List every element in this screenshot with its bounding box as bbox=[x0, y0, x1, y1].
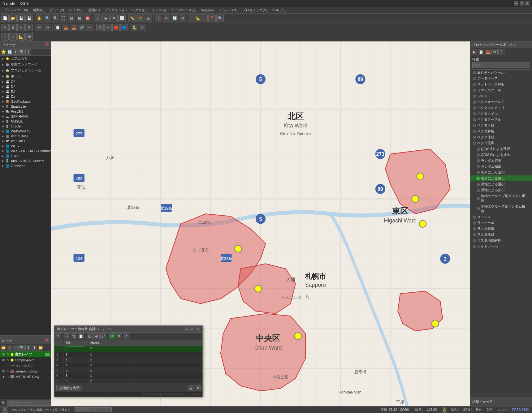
proc-help-button[interactable]: ? bbox=[498, 49, 504, 55]
browser-collapse-button[interactable]: ⬆ bbox=[13, 49, 19, 55]
attr-add-row-button[interactable]: ➕ bbox=[64, 333, 70, 339]
attr-close-button[interactable]: ✕ bbox=[196, 327, 200, 331]
browser-item-postgis[interactable]: ▶ 🐘 PostGIS bbox=[0, 109, 51, 114]
browser-item-ows[interactable]: ▶ 🌐 OWS bbox=[0, 153, 51, 158]
attr-delete-row-button[interactable]: 🗑 bbox=[71, 333, 77, 339]
menu-web[interactable]: Web(W) bbox=[199, 8, 216, 13]
table-row[interactable]: a bbox=[54, 346, 202, 352]
edit-btn-6[interactable]: ↪ bbox=[44, 24, 51, 31]
layers-group-button[interactable]: 📁 bbox=[38, 345, 43, 351]
table-row[interactable]: 2 7 b bbox=[54, 352, 202, 357]
proc-item-file-tools[interactable]: ファイルツール bbox=[470, 87, 532, 93]
attr-invert-button[interactable]: ⇄ bbox=[100, 333, 106, 339]
fid-edit-input[interactable] bbox=[66, 346, 84, 351]
browser-item-oracle[interactable]: ▶ 🗄 Oracle bbox=[0, 124, 51, 129]
edit-btn-12[interactable]: ⬡ bbox=[96, 24, 104, 31]
zoom-selection-button[interactable]: ⊞ bbox=[76, 15, 83, 22]
proc-sub-qgis-select[interactable]: QGIS式による選択 bbox=[470, 146, 532, 152]
proc-item-mesh[interactable]: メッシュ bbox=[470, 214, 532, 220]
browser-item-wfs[interactable]: ▶ 🌐 WFS / OGC API - Features bbox=[0, 148, 51, 153]
quick-search-input[interactable] bbox=[75, 407, 112, 412]
proc-sub-random-extract[interactable]: ランダム抽出 bbox=[470, 164, 532, 170]
proc-item-recent[interactable]: 最近使ったツール bbox=[470, 70, 532, 75]
save-project-button[interactable]: 💾 bbox=[17, 15, 25, 22]
edit-btn-7[interactable]: 📋 bbox=[54, 24, 61, 31]
attr-zoom-button[interactable]: ↗ bbox=[123, 333, 129, 339]
browser-filter-button[interactable]: 🔍 bbox=[19, 49, 25, 55]
browser-item-wcs[interactable]: ▶ 🌐 WCS bbox=[0, 144, 51, 148]
select-rect-button[interactable]: ⬜ bbox=[118, 15, 126, 22]
proc-item-vector-table[interactable]: ベクタテーブル bbox=[470, 117, 532, 123]
attr-paste-button[interactable]: 📋 bbox=[78, 333, 84, 339]
table-row[interactable]: 3 8 c bbox=[54, 357, 202, 363]
browser-add-button[interactable]: ⭐ bbox=[1, 49, 6, 55]
layer-item-output[interactable]: 👁 ✎ 出力レイヤ bbox=[0, 351, 51, 357]
edit-btn-10[interactable]: 🔗 bbox=[78, 24, 85, 31]
help-btn[interactable]: ? bbox=[139, 24, 146, 31]
coordinate-button[interactable]: 📍 bbox=[208, 15, 216, 22]
table-row[interactable]: 6 5 b bbox=[54, 373, 202, 378]
proc-item-layer-tools[interactable]: レイヤツール bbox=[470, 243, 532, 249]
scale-input[interactable]: 📐 bbox=[189, 15, 208, 22]
refresh-button[interactable]: 🔄 bbox=[171, 15, 178, 22]
proc-item-database[interactable]: データベース bbox=[470, 75, 532, 81]
layers-open-button[interactable]: 📂 bbox=[1, 345, 6, 351]
digitize-button[interactable]: ✏ bbox=[163, 15, 170, 22]
menu-view[interactable]: ビュー(V) bbox=[47, 7, 67, 13]
browser-item-vector-tiles[interactable]: ▶ ▦ Vector Tiles bbox=[0, 134, 51, 139]
open-project-button[interactable]: 📂 bbox=[9, 15, 17, 22]
deselect-button[interactable]: ✕ bbox=[110, 15, 118, 22]
layer-item-mierune[interactable]: 👁 ✦ MIERUNE Gray bbox=[0, 374, 51, 380]
layers-pin-button[interactable]: 📌 bbox=[44, 338, 49, 343]
edit-btn-15[interactable]: 🔵 bbox=[120, 24, 128, 31]
proc-item-plots[interactable]: プロット bbox=[470, 93, 532, 99]
layers-filter-button[interactable]: 🔍 bbox=[19, 345, 25, 351]
browser-info-button[interactable]: ℹ bbox=[25, 49, 31, 55]
adv-digitize-btn[interactable]: 📐 bbox=[17, 33, 25, 41]
new-project-button[interactable]: 📄 bbox=[1, 15, 9, 22]
proc-item-vector-analysis[interactable]: ベクタ解析 bbox=[470, 128, 532, 134]
layer-item-sample-point[interactable]: 👁 ✎ sample-point bbox=[0, 357, 51, 363]
browser-item-c-drive[interactable]: ▶ 💾 C:\ bbox=[0, 79, 51, 84]
print-button[interactable]: 🖨 bbox=[145, 15, 152, 22]
select-button[interactable]: ▶ bbox=[102, 15, 110, 22]
python-btn[interactable]: 🐍 bbox=[131, 24, 138, 31]
attr-maximize-button[interactable]: □ bbox=[190, 327, 194, 331]
pan-button[interactable]: ✋ bbox=[36, 15, 43, 22]
pagination-grid-button[interactable]: ⊞ bbox=[188, 385, 194, 391]
attr-select-all-button[interactable]: ⊡ bbox=[87, 333, 93, 339]
layers-add-button[interactable]: ➕ bbox=[7, 345, 12, 351]
browser-item-d-drive[interactable]: ▶ 💾 D:\ bbox=[0, 84, 51, 89]
browser-item-xyz-tiles[interactable]: ▶ 🗺 XYZ Tiles bbox=[0, 139, 51, 144]
edit-btn-11[interactable]: ✂ bbox=[86, 24, 93, 31]
browser-item-e-drive[interactable]: ▶ 💾 E:\ bbox=[0, 89, 51, 94]
edit-btn-8[interactable]: 📤 bbox=[62, 24, 69, 31]
proc-item-vector-geometry[interactable]: ベクタジオメトリ bbox=[470, 105, 532, 111]
attr-minimize-button[interactable]: — bbox=[184, 327, 189, 331]
edit-btn-4[interactable]: 🗑 bbox=[25, 24, 33, 31]
digitize-multi-btn[interactable]: ⊕ bbox=[9, 33, 17, 41]
maximize-button[interactable]: □ bbox=[520, 1, 524, 6]
menu-settings[interactable]: 設定(S) bbox=[86, 7, 102, 13]
measure-button[interactable]: 📏 bbox=[128, 15, 136, 22]
browser-item-bookmarks[interactable]: ▶ 📚 空間ブックマーク bbox=[0, 62, 51, 67]
save-as-button[interactable]: 💾 bbox=[25, 15, 33, 22]
edit-btn-5[interactable]: ↩ bbox=[36, 24, 43, 31]
pagination-list-button[interactable]: ≡ bbox=[195, 385, 201, 391]
browser-item-geonode[interactable]: ▶ 🌐 GeoNode bbox=[0, 163, 51, 168]
layer-visibility-icon[interactable]: 👁 bbox=[1, 358, 6, 362]
browser-item-home[interactable]: ▶ 🏠 ホーム bbox=[0, 73, 51, 79]
layer-item-sample-line[interactable]: ○ ✎ sample-line bbox=[0, 363, 51, 368]
lock-scale-button[interactable]: 🔒 bbox=[442, 407, 447, 413]
attr-cell-fid[interactable] bbox=[64, 346, 89, 352]
layers-expand-button[interactable]: ⬇ bbox=[32, 345, 37, 351]
proc-history-button[interactable]: 📋 bbox=[478, 49, 484, 55]
crs-display[interactable]: EPSG:6680 bbox=[511, 408, 530, 411]
proc-item-vector-general[interactable]: ベクター般 bbox=[470, 123, 532, 128]
digitize-extra-btn[interactable]: 🗺 bbox=[25, 33, 33, 41]
proc-item-vector-selection[interactable]: ベクタ選択 bbox=[470, 140, 532, 146]
zoom-full-button[interactable]: ⛶ bbox=[60, 15, 67, 22]
browser-item-z-drive[interactable]: ▶ 💾 Z:\ bbox=[0, 94, 51, 99]
browser-item-arcgis[interactable]: ▶ 🗄 ArcGIS REST Servers bbox=[0, 158, 51, 163]
menu-edit[interactable]: 編集(E) bbox=[31, 7, 47, 13]
